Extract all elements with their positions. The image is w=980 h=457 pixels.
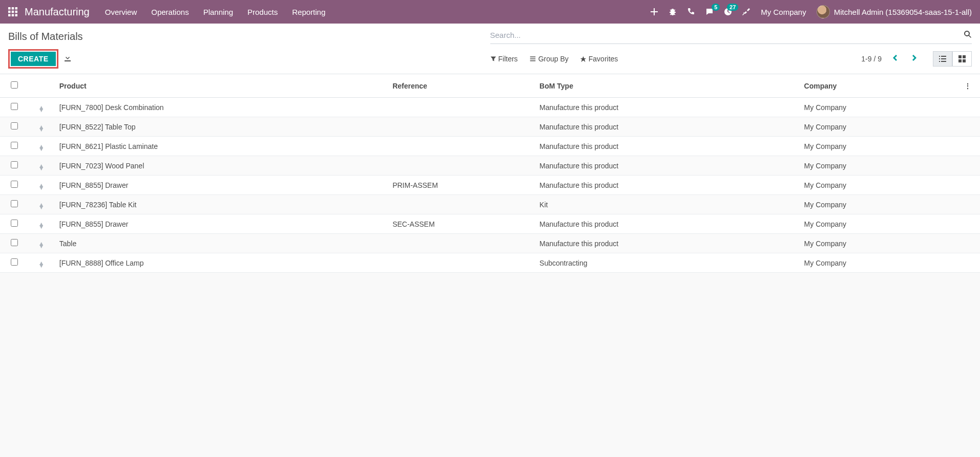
drag-handle-icon[interactable]: ▲▼ bbox=[38, 243, 45, 248]
view-switcher bbox=[933, 51, 972, 67]
col-product[interactable]: Product bbox=[54, 74, 387, 98]
company-switcher[interactable]: My Company bbox=[761, 8, 806, 16]
row-checkbox[interactable] bbox=[11, 239, 18, 246]
apps-icon[interactable] bbox=[8, 7, 17, 16]
funnel-icon bbox=[490, 56, 496, 62]
list-icon bbox=[529, 56, 536, 62]
table-row[interactable]: ▲▼[FURN_7023] Wood PanelManufacture this… bbox=[0, 156, 980, 176]
bug-icon[interactable] bbox=[669, 8, 677, 16]
cell-company: My Company bbox=[799, 214, 956, 234]
row-checkbox[interactable] bbox=[11, 220, 18, 227]
pager-text[interactable]: 1-9 / 9 bbox=[861, 55, 882, 63]
cell-product: [FURN_8888] Office Lamp bbox=[54, 253, 387, 273]
menu-products[interactable]: Products bbox=[247, 8, 278, 16]
menu-reporting[interactable]: Reporting bbox=[292, 8, 325, 16]
svg-rect-5 bbox=[15, 11, 18, 13]
row-checkbox[interactable] bbox=[11, 258, 18, 266]
pager: 1-9 / 9 bbox=[861, 51, 972, 67]
menu-planning[interactable]: Planning bbox=[203, 8, 233, 16]
row-checkbox[interactable] bbox=[11, 142, 18, 149]
row-checkbox[interactable] bbox=[11, 103, 18, 110]
col-bom-type[interactable]: BoM Type bbox=[534, 74, 799, 98]
cell-reference bbox=[387, 156, 534, 176]
menu-overview[interactable]: Overview bbox=[105, 8, 137, 16]
col-company[interactable]: Company bbox=[799, 74, 956, 98]
table-row[interactable]: ▲▼[FURN_8621] Plastic LaminateManufactur… bbox=[0, 137, 980, 156]
table-row[interactable]: ▲▼[FURN_8855] DrawerSEC-ASSEMManufacture… bbox=[0, 214, 980, 234]
activities-icon[interactable]: 27 bbox=[724, 8, 732, 16]
user-name: Mitchell Admin (15369054-saas-15-1-all) bbox=[834, 8, 972, 16]
table-row[interactable]: ▲▼[FURN_78236] Table KitKitMy Company bbox=[0, 195, 980, 214]
download-icon[interactable] bbox=[64, 54, 72, 64]
pager-next[interactable] bbox=[908, 54, 921, 64]
table-row[interactable]: ▲▼[FURN_8855] DrawerPRIM-ASSEMManufactur… bbox=[0, 176, 980, 195]
svg-rect-11 bbox=[958, 59, 962, 62]
columns-menu-icon[interactable]: ⋮ bbox=[964, 82, 971, 90]
star-icon bbox=[580, 56, 587, 62]
cell-reference bbox=[387, 253, 534, 273]
messaging-badge: 5 bbox=[712, 4, 720, 11]
svg-rect-3 bbox=[8, 11, 11, 13]
svg-rect-10 bbox=[963, 55, 966, 58]
drag-handle-icon[interactable]: ▲▼ bbox=[38, 262, 45, 267]
search-icon[interactable] bbox=[964, 30, 972, 40]
cell-reference bbox=[387, 137, 534, 156]
drag-handle-icon[interactable]: ▲▼ bbox=[38, 184, 45, 189]
table-row[interactable]: ▲▼[FURN_8888] Office LampSubcontractingM… bbox=[0, 253, 980, 273]
table-row[interactable]: ▲▼TableManufacture this productMy Compan… bbox=[0, 234, 980, 253]
cell-company: My Company bbox=[799, 253, 956, 273]
cell-bom-type: Manufacture this product bbox=[534, 117, 799, 137]
drag-handle-icon[interactable]: ▲▼ bbox=[38, 106, 45, 112]
phone-icon[interactable] bbox=[687, 8, 695, 16]
cell-reference bbox=[387, 98, 534, 117]
drag-handle-icon[interactable]: ▲▼ bbox=[38, 126, 45, 131]
cell-product: [FURN_8855] Drawer bbox=[54, 176, 387, 195]
drag-handle-icon[interactable]: ▲▼ bbox=[38, 223, 45, 228]
table-row[interactable]: ▲▼[FURN_7800] Desk CombinationManufactur… bbox=[0, 98, 980, 117]
page-title: Bills of Materials bbox=[8, 29, 490, 42]
navbar-right: 5 27 My Company Mitchell Admin (15369054… bbox=[650, 5, 972, 18]
cell-bom-type: Manufacture this product bbox=[534, 234, 799, 253]
select-all-checkbox[interactable] bbox=[11, 81, 18, 89]
cell-reference bbox=[387, 195, 534, 214]
drag-handle-icon[interactable]: ▲▼ bbox=[38, 204, 45, 209]
row-checkbox[interactable] bbox=[11, 122, 18, 129]
row-checkbox[interactable] bbox=[11, 200, 18, 207]
cell-product: [FURN_8855] Drawer bbox=[54, 214, 387, 234]
svg-rect-4 bbox=[12, 11, 14, 13]
avatar bbox=[817, 5, 830, 18]
cell-bom-type: Manufacture this product bbox=[534, 156, 799, 176]
cell-company: My Company bbox=[799, 117, 956, 137]
favorites-toggle[interactable]: Favorites bbox=[580, 55, 618, 63]
cell-product: [FURN_8522] Table Top bbox=[54, 117, 387, 137]
cell-company: My Company bbox=[799, 195, 956, 214]
pager-prev[interactable] bbox=[889, 54, 901, 64]
table-row[interactable]: ▲▼[FURN_8522] Table TopManufacture this … bbox=[0, 117, 980, 137]
messaging-icon[interactable]: 5 bbox=[705, 8, 714, 16]
drag-handle-icon[interactable]: ▲▼ bbox=[38, 145, 45, 150]
cell-bom-type: Kit bbox=[534, 195, 799, 214]
search-bar bbox=[490, 29, 972, 44]
groupby-toggle[interactable]: Group By bbox=[529, 55, 569, 63]
activities-badge: 27 bbox=[727, 4, 738, 11]
plus-icon[interactable] bbox=[650, 8, 658, 16]
cell-product: Table bbox=[54, 234, 387, 253]
favorites-label: Favorites bbox=[589, 55, 618, 63]
menu-operations[interactable]: Operations bbox=[151, 8, 189, 16]
create-button[interactable]: CREATE bbox=[11, 52, 56, 66]
cell-reference bbox=[387, 234, 534, 253]
list-view-button[interactable] bbox=[933, 51, 952, 67]
kanban-view-button[interactable] bbox=[952, 51, 972, 67]
svg-rect-2 bbox=[15, 7, 18, 10]
row-checkbox[interactable] bbox=[11, 181, 18, 188]
app-title[interactable]: Manufacturing bbox=[25, 6, 90, 18]
tools-icon[interactable] bbox=[742, 8, 750, 16]
drag-handle-icon[interactable]: ▲▼ bbox=[38, 165, 45, 170]
user-menu[interactable]: Mitchell Admin (15369054-saas-15-1-all) bbox=[817, 5, 972, 18]
col-reference[interactable]: Reference bbox=[387, 74, 534, 98]
filters-toggle[interactable]: Filters bbox=[490, 55, 518, 63]
cell-bom-type: Manufacture this product bbox=[534, 98, 799, 117]
cell-bom-type: Manufacture this product bbox=[534, 176, 799, 195]
search-input[interactable] bbox=[490, 29, 964, 41]
row-checkbox[interactable] bbox=[11, 161, 18, 168]
